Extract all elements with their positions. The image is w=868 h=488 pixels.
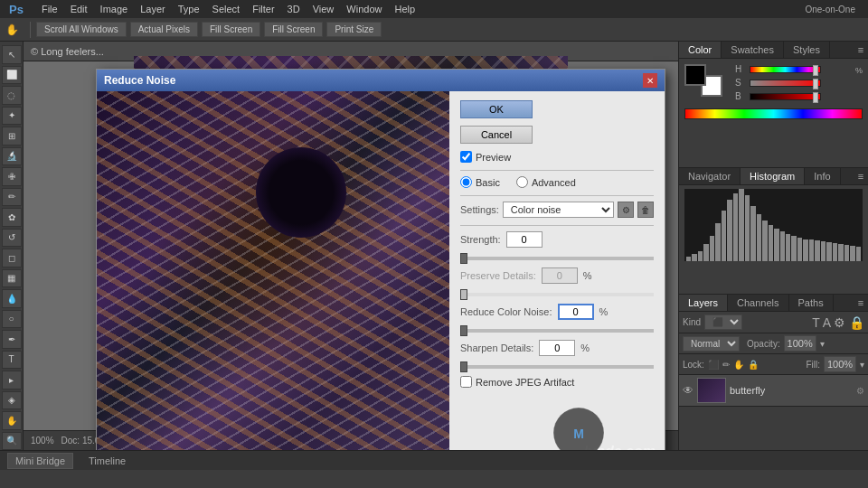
tool-eraser[interactable]: ◻ [2,249,22,267]
tool-text[interactable]: T [2,351,22,370]
menu-file[interactable]: File [36,3,63,15]
bri-thumb[interactable] [813,92,818,103]
advanced-radio[interactable] [516,176,528,188]
histogram-panel-menu[interactable]: ≡ [854,168,868,184]
hue-slider[interactable] [750,66,821,73]
blend-mode-select[interactable]: Normal [683,336,740,352]
foreground-swatch[interactable] [684,64,706,86]
tool-eyedropper[interactable]: 🔬 [2,147,22,166]
tool-magic-wand[interactable]: ✦ [2,107,22,126]
tool-heal[interactable]: ✙ [2,167,22,186]
basic-radio[interactable] [460,176,472,188]
tool-brush[interactable]: ✏ [2,188,22,207]
lock-pixels-icon[interactable]: ✏ [722,360,730,370]
sat-slider[interactable] [750,80,821,87]
tab-timeline[interactable]: Timeline [80,453,134,469]
opacity-arrow[interactable]: ▾ [820,339,825,349]
fill-input[interactable] [824,356,856,372]
bri-slider[interactable] [750,93,821,100]
strength-slider[interactable] [460,257,654,260]
cancel-button[interactable]: Cancel [460,126,533,144]
ok-button[interactable]: OK [460,100,533,118]
tool-history[interactable]: ↺ [2,229,22,248]
layer-kind-select[interactable]: ⬛ [704,314,742,330]
tool-shape[interactable]: ◈ [2,391,22,410]
menu-image[interactable]: Image [95,3,134,15]
remove-jpeg-checkbox[interactable] [460,376,472,388]
tool-blur[interactable]: 💧 [2,289,22,308]
tool-path-select[interactable]: ▸ [2,371,22,389]
color-panel-menu[interactable]: ≡ [854,42,868,58]
tool-select-rect[interactable]: ⬜ [2,66,22,85]
sharpen-details-input[interactable] [539,340,575,356]
tool-gradient[interactable]: ▦ [2,269,22,288]
scroll-all-windows-button[interactable]: Scroll All Windows [36,22,127,37]
reduce-color-input[interactable] [558,304,594,320]
layers-panel-menu[interactable]: ≡ [854,295,868,311]
sharpen-slider-thumb[interactable] [460,361,467,372]
hue-label: H [735,64,746,74]
layers-filter-icons[interactable]: T A ⚙ 🔒 [812,315,864,330]
tool-crop[interactable]: ⊞ [2,127,22,145]
reduce-color-slider[interactable] [460,329,654,333]
tool-move[interactable]: ↖ [2,45,22,64]
actual-pixels-button[interactable]: Actual Pixels [130,22,198,37]
fill-screen-1-button[interactable]: Fill Screen [202,22,260,37]
tab-layers[interactable]: Layers [679,295,728,311]
bri-label: B [735,91,746,101]
menu-3d[interactable]: 3D [282,3,306,15]
reduce-color-slider-thumb[interactable] [460,325,467,336]
tab-paths[interactable]: Paths [789,295,834,311]
menu-filter[interactable]: Filter [247,3,279,15]
layer-row[interactable]: 👁 butterfly ⚙ [679,375,868,407]
strength-input[interactable]: 0 [506,231,542,248]
tab-info[interactable]: Info [805,168,840,184]
tool-hand[interactable]: ✋ [2,411,22,430]
delete-settings-icon[interactable]: 🗑 [637,202,654,218]
lock-position-icon[interactable]: ✋ [733,360,744,370]
tool-zoom[interactable]: 🔍 [2,432,22,451]
sharpen-details-slider[interactable] [460,365,654,369]
menu-view[interactable]: View [307,3,340,15]
preview-checkbox[interactable] [460,151,472,163]
sat-thumb[interactable] [813,79,818,89]
lock-all-icon[interactable]: 🔒 [748,360,759,370]
menu-select[interactable]: Select [207,3,246,15]
opacity-input[interactable] [784,335,816,352]
print-size-button[interactable]: Print Size [326,22,382,37]
strength-slider-thumb[interactable] [460,253,467,264]
hue-thumb[interactable] [813,65,818,76]
preview-checkbox-label[interactable]: Preview [460,151,511,163]
tab-navigator[interactable]: Navigator [679,168,741,184]
tab-swatches[interactable]: Swatches [722,42,784,58]
color-spectrum-strip[interactable] [684,108,863,119]
menu-help[interactable]: Help [389,3,420,15]
tool-pen[interactable]: ✒ [2,330,22,349]
layer-options-icon[interactable]: ⚙ [856,386,864,396]
tab-channels[interactable]: Channels [728,295,788,311]
tool-lasso[interactable]: ◌ [2,86,22,105]
preserve-slider-row [460,291,654,298]
advanced-radio-label[interactable]: Advanced [516,176,576,188]
fill-arrow[interactable]: ▾ [860,360,864,370]
fill-screen-2-button[interactable]: Fill Screen [264,22,323,37]
save-settings-icon[interactable]: ⚙ [618,202,634,218]
settings-select[interactable]: Color noise [503,202,614,218]
remove-jpeg-label[interactable]: Remove JPEG Artifact [460,376,574,388]
tab-styles[interactable]: Styles [784,42,830,58]
reduce-color-row: Reduce Color Noise: % [460,304,654,320]
tab-histogram[interactable]: Histogram [741,168,805,184]
preview-image[interactable] [97,91,449,450]
tab-color[interactable]: Color [679,42,722,58]
tool-dodge[interactable]: ○ [2,310,22,329]
menu-type[interactable]: Type [173,3,205,15]
layer-visibility-icon[interactable]: 👁 [683,384,693,397]
menu-window[interactable]: Window [341,3,387,15]
basic-radio-label[interactable]: Basic [460,176,500,188]
menu-layer[interactable]: Layer [135,3,171,15]
lock-transparent-icon[interactable]: ⬛ [708,360,719,370]
menu-edit[interactable]: Edit [65,3,93,15]
tool-clone[interactable]: ✿ [2,208,22,227]
tab-mini-bridge[interactable]: Mini Bridge [7,453,73,469]
dialog-close-button[interactable]: ✕ [643,73,657,88]
